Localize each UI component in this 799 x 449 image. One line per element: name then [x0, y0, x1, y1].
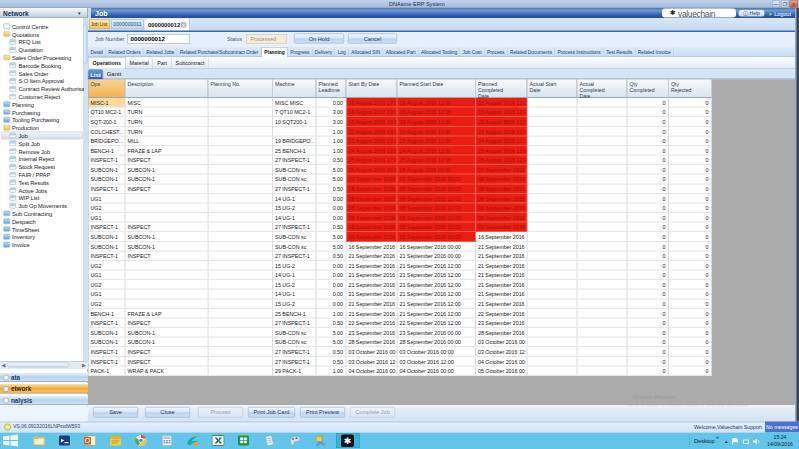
svg-text:O: O [85, 437, 91, 444]
